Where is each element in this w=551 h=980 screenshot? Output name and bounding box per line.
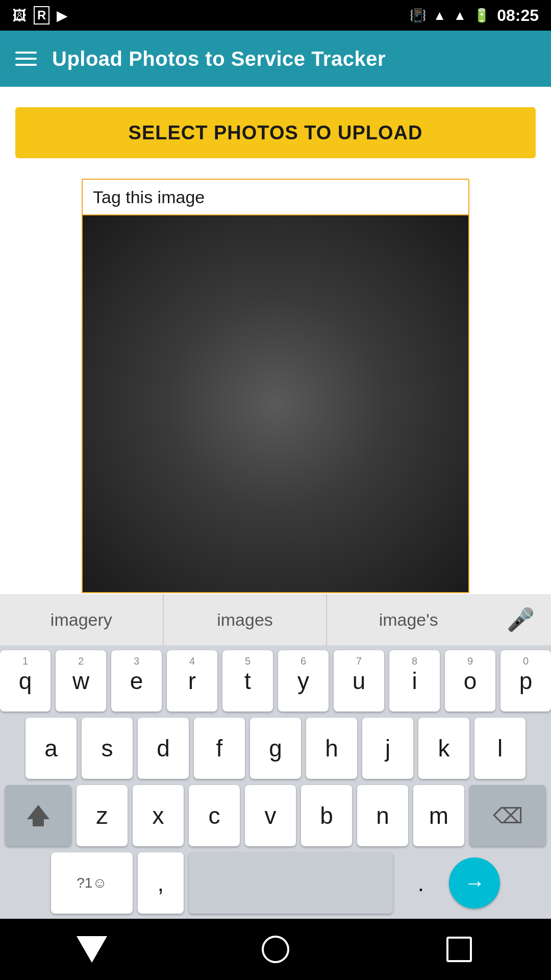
enter-icon: →: [464, 871, 485, 895]
tag-input[interactable]: [82, 179, 469, 215]
key-r[interactable]: 4r: [167, 650, 217, 712]
r-status-icon: R: [34, 6, 49, 24]
recents-icon: [446, 937, 472, 962]
key-e[interactable]: 3e: [111, 650, 162, 712]
photo-status-icon: 🖼: [12, 7, 27, 24]
back-button[interactable]: [71, 929, 112, 970]
app-bar-title: Upload Photos to Service Tracker: [52, 47, 386, 70]
recents-button[interactable]: [439, 929, 480, 970]
home-button[interactable]: [255, 929, 296, 970]
backspace-icon: ⌫: [493, 803, 523, 828]
key-u[interactable]: 7u: [334, 650, 384, 712]
tag-input-container: [82, 179, 469, 593]
keyboard-row-4: ?1☺ , . →: [0, 852, 551, 914]
nav-bar: [0, 919, 551, 980]
key-w[interactable]: 2w: [56, 650, 106, 712]
main-content: SELECT PHOTOS TO UPLOAD: [0, 87, 551, 594]
key-f[interactable]: f: [194, 718, 245, 779]
key-s[interactable]: s: [82, 718, 133, 779]
key-j[interactable]: j: [362, 718, 413, 779]
keyboard-row-1: 1q 2w 3e 4r 5t 6y 7u 8i 9o 0p: [0, 650, 551, 712]
key-m[interactable]: m: [413, 785, 464, 846]
signal-icon: ▲: [453, 8, 466, 23]
key-x[interactable]: x: [133, 785, 184, 846]
key-v[interactable]: v: [245, 785, 296, 846]
youtube-status-icon: ▶: [57, 7, 68, 24]
menu-button[interactable]: [15, 52, 37, 66]
key-b[interactable]: b: [301, 785, 352, 846]
battery-icon: 🔋: [473, 8, 490, 23]
home-icon: [262, 936, 289, 963]
autocomplete-bar: imagery images image's 🎤: [0, 594, 551, 645]
space-key[interactable]: [189, 852, 393, 914]
key-q[interactable]: 1q: [0, 650, 51, 712]
status-bar: 🖼 R ▶ 📳 ▲ ▲ 🔋 08:25: [0, 0, 551, 31]
key-i[interactable]: 8i: [389, 650, 440, 712]
select-photos-button[interactable]: SELECT PHOTOS TO UPLOAD: [15, 107, 536, 158]
enter-key[interactable]: →: [449, 857, 500, 909]
key-o[interactable]: 9o: [445, 650, 495, 712]
status-icons-right: 📳 ▲ ▲ 🔋 08:25: [410, 6, 539, 25]
autocomplete-suggestion-images[interactable]: images: [164, 594, 328, 645]
app-bar: Upload Photos to Service Tracker: [0, 31, 551, 87]
key-g[interactable]: g: [250, 718, 301, 779]
back-icon: [77, 936, 107, 963]
comma-key[interactable]: ,: [138, 852, 184, 914]
key-k[interactable]: k: [418, 718, 469, 779]
image-preview: [82, 215, 469, 593]
key-d[interactable]: d: [138, 718, 189, 779]
key-c[interactable]: c: [189, 785, 240, 846]
key-p[interactable]: 0p: [500, 650, 551, 712]
period-key[interactable]: .: [398, 852, 444, 914]
mic-button[interactable]: 🎤: [490, 594, 551, 645]
key-l[interactable]: l: [474, 718, 525, 779]
key-h[interactable]: h: [306, 718, 357, 779]
autocomplete-suggestion-images-possessive[interactable]: image's: [327, 594, 490, 645]
keyboard: 1q 2w 3e 4r 5t 6y 7u 8i 9o 0p a s d f g …: [0, 645, 551, 919]
keyboard-row-3: z x c v b n m ⌫: [0, 785, 551, 846]
autocomplete-suggestion-imagery[interactable]: imagery: [0, 594, 164, 645]
wifi-icon: ▲: [433, 8, 446, 23]
symbols-key[interactable]: ?1☺: [51, 852, 133, 914]
key-t[interactable]: 5t: [222, 650, 273, 712]
key-y[interactable]: 6y: [278, 650, 329, 712]
keyboard-row-2: a s d f g h j k l: [0, 718, 551, 779]
microphone-icon: 🎤: [507, 606, 535, 633]
status-time: 08:25: [497, 6, 539, 25]
vibrate-icon: 📳: [410, 8, 426, 23]
shift-key[interactable]: [5, 785, 71, 846]
key-n[interactable]: n: [357, 785, 408, 846]
key-a[interactable]: a: [26, 718, 77, 779]
key-z[interactable]: z: [77, 785, 128, 846]
status-icons-left: 🖼 R ▶: [12, 6, 68, 24]
backspace-key[interactable]: ⌫: [469, 785, 546, 846]
shift-icon: [27, 805, 49, 826]
